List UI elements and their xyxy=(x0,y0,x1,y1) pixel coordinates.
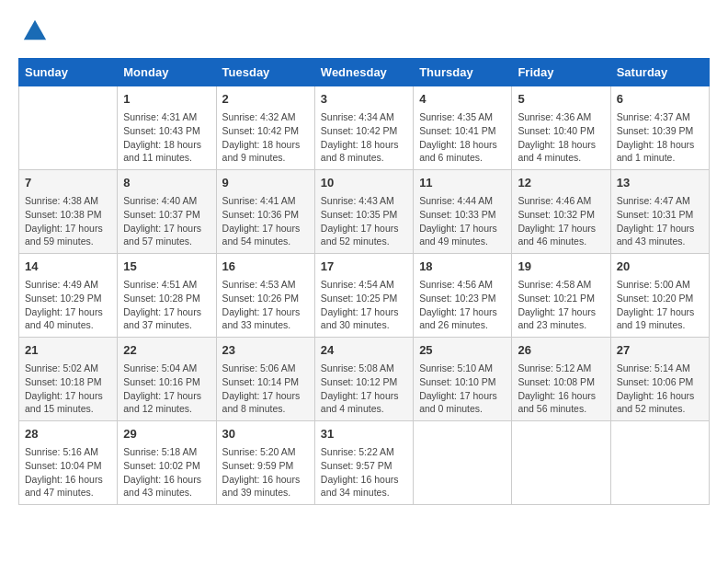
day-number: 15 xyxy=(123,259,210,275)
day-number: 20 xyxy=(617,259,703,275)
day-info: Sunrise: 4:54 AM Sunset: 10:25 PM Daylig… xyxy=(321,278,407,332)
day-number: 19 xyxy=(518,259,604,275)
day-number: 16 xyxy=(222,259,309,275)
day-number: 5 xyxy=(518,91,604,108)
day-info: Sunrise: 4:41 AM Sunset: 10:36 PM Daylig… xyxy=(222,194,309,248)
day-info: Sunrise: 5:12 AM Sunset: 10:08 PM Daylig… xyxy=(518,362,604,416)
day-number: 18 xyxy=(419,259,506,275)
day-number: 11 xyxy=(419,175,506,191)
calendar-day-cell xyxy=(512,420,610,504)
calendar-day-cell: 10Sunrise: 4:43 AM Sunset: 10:35 PM Dayl… xyxy=(314,170,413,254)
day-info: Sunrise: 5:20 AM Sunset: 9:59 PM Dayligh… xyxy=(222,445,309,500)
day-of-week-header: Friday xyxy=(512,59,610,86)
day-number: 24 xyxy=(321,342,407,359)
calendar-week-row: 7Sunrise: 4:38 AM Sunset: 10:38 PM Dayli… xyxy=(19,170,710,254)
calendar-day-cell: 9Sunrise: 4:41 AM Sunset: 10:36 PM Dayli… xyxy=(216,170,314,254)
day-number: 13 xyxy=(617,175,703,191)
day-number: 10 xyxy=(321,175,407,191)
svg-marker-0 xyxy=(24,20,46,40)
calendar-day-cell: 18Sunrise: 4:56 AM Sunset: 10:23 PM Dayl… xyxy=(414,254,512,338)
day-number: 3 xyxy=(321,91,407,108)
day-info: Sunrise: 5:10 AM Sunset: 10:10 PM Daylig… xyxy=(419,362,506,416)
day-of-week-header: Saturday xyxy=(610,59,709,86)
day-number: 14 xyxy=(25,259,111,275)
day-number: 22 xyxy=(123,342,210,359)
day-number: 6 xyxy=(617,91,703,108)
day-number: 28 xyxy=(25,426,111,442)
day-info: Sunrise: 4:43 AM Sunset: 10:35 PM Daylig… xyxy=(321,194,407,248)
day-info: Sunrise: 4:35 AM Sunset: 10:41 PM Daylig… xyxy=(419,110,506,165)
calendar-day-cell: 31Sunrise: 5:22 AM Sunset: 9:57 PM Dayli… xyxy=(314,420,413,504)
day-info: Sunrise: 4:51 AM Sunset: 10:28 PM Daylig… xyxy=(123,278,210,332)
day-number: 31 xyxy=(321,426,407,442)
day-info: Sunrise: 5:22 AM Sunset: 9:57 PM Dayligh… xyxy=(321,445,407,500)
day-of-week-header: Wednesday xyxy=(314,59,413,86)
day-info: Sunrise: 4:44 AM Sunset: 10:33 PM Daylig… xyxy=(419,194,506,248)
day-number: 25 xyxy=(419,342,506,359)
day-number: 7 xyxy=(25,175,111,191)
day-info: Sunrise: 4:34 AM Sunset: 10:42 PM Daylig… xyxy=(321,110,407,165)
day-info: Sunrise: 4:40 AM Sunset: 10:37 PM Daylig… xyxy=(123,194,210,248)
calendar-table: SundayMondayTuesdayWednesdayThursdayFrid… xyxy=(18,58,710,505)
day-info: Sunrise: 5:02 AM Sunset: 10:18 PM Daylig… xyxy=(25,362,111,416)
day-info: Sunrise: 5:06 AM Sunset: 10:14 PM Daylig… xyxy=(222,362,309,416)
day-info: Sunrise: 4:47 AM Sunset: 10:31 PM Daylig… xyxy=(617,194,703,248)
calendar-day-cell: 21Sunrise: 5:02 AM Sunset: 10:18 PM Dayl… xyxy=(19,338,118,421)
calendar-day-cell: 19Sunrise: 4:58 AM Sunset: 10:21 PM Dayl… xyxy=(512,254,610,338)
day-number: 4 xyxy=(419,91,506,108)
calendar-day-cell: 25Sunrise: 5:10 AM Sunset: 10:10 PM Dayl… xyxy=(414,338,512,421)
day-of-week-header: Thursday xyxy=(414,59,512,86)
calendar-day-cell: 8Sunrise: 4:40 AM Sunset: 10:37 PM Dayli… xyxy=(118,170,216,254)
day-info: Sunrise: 4:31 AM Sunset: 10:43 PM Daylig… xyxy=(123,110,210,165)
day-info: Sunrise: 4:56 AM Sunset: 10:23 PM Daylig… xyxy=(419,278,506,332)
day-number: 26 xyxy=(518,342,604,359)
day-of-week-header: Monday xyxy=(118,59,216,86)
calendar-day-cell xyxy=(19,86,118,170)
day-number: 29 xyxy=(123,426,210,442)
day-number: 23 xyxy=(222,342,309,359)
logo-icon xyxy=(22,18,48,44)
day-info: Sunrise: 4:37 AM Sunset: 10:39 PM Daylig… xyxy=(617,110,703,165)
page-header xyxy=(18,18,710,49)
calendar-day-cell: 28Sunrise: 5:16 AM Sunset: 10:04 PM Dayl… xyxy=(19,420,118,504)
calendar-day-cell: 15Sunrise: 4:51 AM Sunset: 10:28 PM Dayl… xyxy=(118,254,216,338)
day-info: Sunrise: 4:32 AM Sunset: 10:42 PM Daylig… xyxy=(222,110,309,165)
logo xyxy=(18,18,48,49)
day-info: Sunrise: 4:38 AM Sunset: 10:38 PM Daylig… xyxy=(25,194,111,248)
calendar-week-row: 28Sunrise: 5:16 AM Sunset: 10:04 PM Dayl… xyxy=(19,420,710,504)
calendar-day-cell: 5Sunrise: 4:36 AM Sunset: 10:40 PM Dayli… xyxy=(512,86,610,170)
calendar-week-row: 1Sunrise: 4:31 AM Sunset: 10:43 PM Dayli… xyxy=(19,86,710,170)
calendar-day-cell: 24Sunrise: 5:08 AM Sunset: 10:12 PM Dayl… xyxy=(314,338,413,421)
calendar-day-cell: 7Sunrise: 4:38 AM Sunset: 10:38 PM Dayli… xyxy=(19,170,118,254)
calendar-day-cell: 17Sunrise: 4:54 AM Sunset: 10:25 PM Dayl… xyxy=(314,254,413,338)
day-number: 12 xyxy=(518,175,604,191)
day-info: Sunrise: 5:16 AM Sunset: 10:04 PM Daylig… xyxy=(25,445,111,500)
day-number: 27 xyxy=(617,342,703,359)
calendar-body: 1Sunrise: 4:31 AM Sunset: 10:43 PM Dayli… xyxy=(19,86,710,505)
day-number: 2 xyxy=(222,91,309,108)
day-number: 21 xyxy=(25,342,111,359)
calendar-week-row: 21Sunrise: 5:02 AM Sunset: 10:18 PM Dayl… xyxy=(19,338,710,421)
day-info: Sunrise: 5:08 AM Sunset: 10:12 PM Daylig… xyxy=(321,362,407,416)
day-info: Sunrise: 4:53 AM Sunset: 10:26 PM Daylig… xyxy=(222,278,309,332)
day-info: Sunrise: 4:36 AM Sunset: 10:40 PM Daylig… xyxy=(518,110,604,165)
day-of-week-header: Tuesday xyxy=(216,59,314,86)
calendar-day-cell: 16Sunrise: 4:53 AM Sunset: 10:26 PM Dayl… xyxy=(216,254,314,338)
calendar-header-row: SundayMondayTuesdayWednesdayThursdayFrid… xyxy=(19,59,710,86)
calendar-day-cell: 26Sunrise: 5:12 AM Sunset: 10:08 PM Dayl… xyxy=(512,338,610,421)
day-info: Sunrise: 5:18 AM Sunset: 10:02 PM Daylig… xyxy=(123,445,210,500)
calendar-day-cell: 29Sunrise: 5:18 AM Sunset: 10:02 PM Dayl… xyxy=(118,420,216,504)
calendar-day-cell: 11Sunrise: 4:44 AM Sunset: 10:33 PM Dayl… xyxy=(414,170,512,254)
day-info: Sunrise: 5:14 AM Sunset: 10:06 PM Daylig… xyxy=(617,362,703,416)
day-of-week-header: Sunday xyxy=(19,59,118,86)
day-info: Sunrise: 4:58 AM Sunset: 10:21 PM Daylig… xyxy=(518,278,604,332)
calendar-day-cell: 3Sunrise: 4:34 AM Sunset: 10:42 PM Dayli… xyxy=(314,86,413,170)
day-number: 30 xyxy=(222,426,309,442)
day-number: 9 xyxy=(222,175,309,191)
calendar-day-cell: 6Sunrise: 4:37 AM Sunset: 10:39 PM Dayli… xyxy=(610,86,709,170)
calendar-day-cell: 13Sunrise: 4:47 AM Sunset: 10:31 PM Dayl… xyxy=(610,170,709,254)
calendar-day-cell: 1Sunrise: 4:31 AM Sunset: 10:43 PM Dayli… xyxy=(118,86,216,170)
day-number: 1 xyxy=(123,91,210,108)
day-number: 8 xyxy=(123,175,210,191)
calendar-day-cell: 4Sunrise: 4:35 AM Sunset: 10:41 PM Dayli… xyxy=(414,86,512,170)
